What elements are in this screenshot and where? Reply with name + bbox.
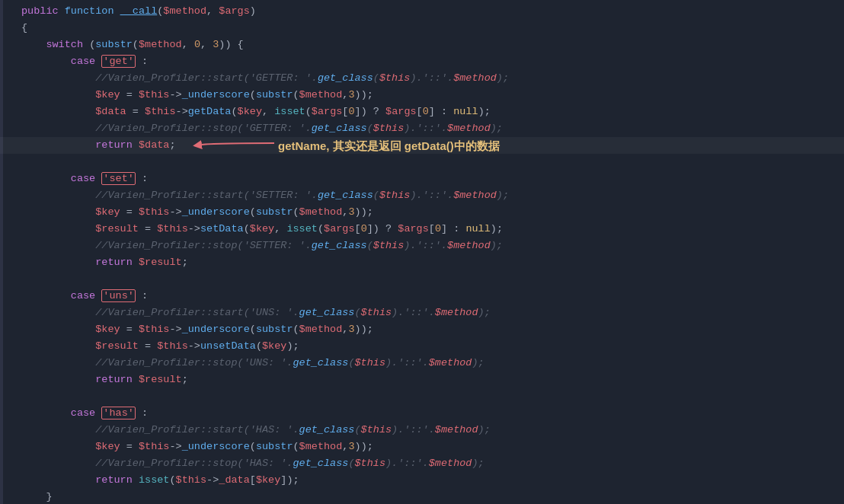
line-16: return $result; xyxy=(0,254,844,271)
code-container: public function __call($method, $args) {… xyxy=(0,0,844,504)
line-9: return $data; getName, 其实还是返回 getData()中… xyxy=(0,137,844,154)
line-10 xyxy=(0,154,844,171)
line-23: return $result; xyxy=(0,372,844,388)
line-26: //Varien_Profiler::start('HAS: '.get_cla… xyxy=(0,422,844,439)
line-5: //Varien_Profiler::start('GETTER: '.get_… xyxy=(0,70,844,87)
line-29: return isset($this->_data[$key]); xyxy=(0,472,844,489)
line-13: $key = $this->_underscore(substr($method… xyxy=(0,204,844,221)
line-19: //Varien_Profiler::start('UNS: '.get_cla… xyxy=(0,305,844,321)
line-7: $data = $this->getData($key, isset($args… xyxy=(0,104,844,120)
line-22: //Varien_Profiler::stop('UNS: '.get_clas… xyxy=(0,355,844,372)
line-17 xyxy=(0,271,844,288)
line-28: //Varien_Profiler::stop('HAS: '.get_clas… xyxy=(0,455,844,472)
line-15: //Varien_Profiler::stop('SETTER: '.get_c… xyxy=(0,238,844,254)
line-12: //Varien_Profiler::start('SETTER: '.get_… xyxy=(0,187,844,204)
line-4: case 'get' : xyxy=(0,53,844,70)
line-8: //Varien_Profiler::stop('GETTER: '.get_c… xyxy=(0,120,844,137)
line-2: { xyxy=(0,20,844,37)
line-30: } xyxy=(0,489,844,504)
line-27: $key = $this->_underscore(substr($method… xyxy=(0,439,844,455)
line-1: public function __call($method, $args) xyxy=(0,3,844,20)
line-14: $result = $this->setData($key, isset($ar… xyxy=(0,221,844,238)
line-18: case 'uns' : xyxy=(0,288,844,305)
line-25: case 'has' : xyxy=(0,405,844,422)
line-21: $result = $this->unsetData($key); xyxy=(0,338,844,355)
line-6: $key = $this->_underscore(substr($method… xyxy=(0,87,844,104)
line-11: case 'set' : xyxy=(0,171,844,187)
line-24 xyxy=(0,388,844,405)
line-3: switch (substr($method, 0, 3)) { xyxy=(0,37,844,53)
line-20: $key = $this->_underscore(substr($method… xyxy=(0,321,844,338)
